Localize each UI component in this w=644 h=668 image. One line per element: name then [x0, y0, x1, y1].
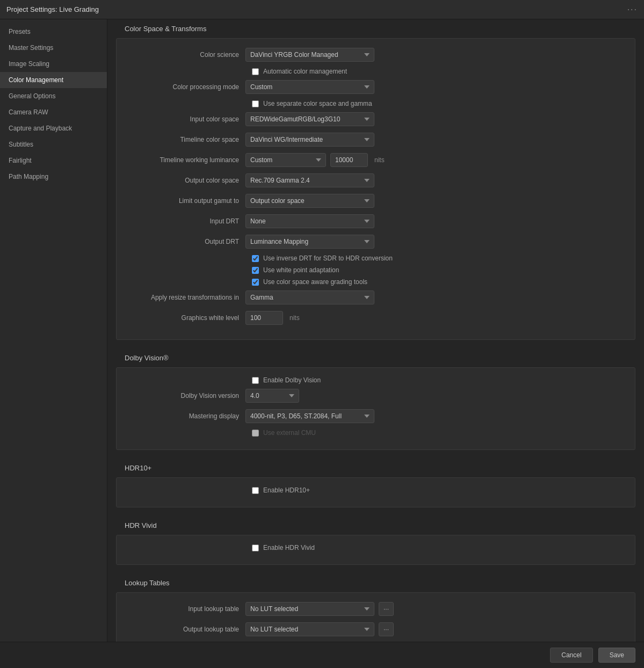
separate-color-space-checkbox[interactable]	[252, 100, 259, 107]
mastering-display-select[interactable]: 4000-nit, P3, D65, ST.2084, Full	[245, 409, 374, 423]
output-lut-label: Output lookup table	[127, 626, 245, 633]
color-science-label: Color science	[127, 51, 245, 59]
input-lut-menu-button[interactable]: ···	[379, 602, 394, 616]
inverse-drt-checkbox[interactable]	[252, 255, 259, 262]
color-science-select[interactable]: DaVinci YRGB Color Managed	[245, 48, 374, 62]
main-content: Presets Master Settings Image Scaling Co…	[0, 19, 644, 642]
graphics-white-level-label: Graphics white level	[127, 314, 245, 322]
output-color-space-select[interactable]: Rec.709 Gamma 2.4	[245, 173, 374, 187]
input-lut-label: Input lookup table	[127, 605, 245, 613]
graphics-white-level-input[interactable]	[245, 311, 283, 325]
output-lut-menu-button[interactable]: ···	[379, 622, 394, 636]
output-lut-control: No LUT selected ···	[245, 622, 624, 636]
timeline-luminance-control: Custom nits	[245, 153, 624, 167]
footer: Cancel Save	[0, 642, 644, 668]
enable-dolby-checkbox[interactable]	[252, 377, 259, 384]
sidebar-item-general-options[interactable]: General Options	[0, 88, 107, 104]
hdr10-title: HDR10+	[116, 459, 635, 477]
separate-color-space-label: Use separate color space and gamma	[263, 100, 372, 107]
timeline-luminance-row: Timeline working luminance Custom nits	[127, 153, 624, 168]
inverse-drt-label: Use inverse DRT for SDR to HDR conversio…	[263, 255, 393, 262]
hdr-vivid-title: HDR Vivid	[116, 516, 635, 535]
dolby-version-select[interactable]: 4.0	[245, 389, 299, 403]
input-drt-select[interactable]: None	[245, 214, 374, 228]
limit-output-gamut-control: Output color space	[245, 194, 624, 208]
limit-output-gamut-row: Limit output gamut to Output color space	[127, 193, 624, 208]
output-drt-label: Output DRT	[127, 238, 245, 245]
apply-resize-select[interactable]: Gamma	[245, 291, 374, 304]
window-title: Project Settings: Live Grading	[6, 5, 99, 13]
white-point-row: Use white point adaptation	[127, 266, 624, 274]
color-processing-control: Custom	[245, 80, 624, 94]
sidebar-item-image-scaling[interactable]: Image Scaling	[0, 56, 107, 72]
save-button[interactable]: Save	[598, 648, 635, 663]
external-cmu-checkbox	[252, 430, 259, 437]
sidebar-item-master-settings[interactable]: Master Settings	[0, 40, 107, 56]
color-space-section: Color Space & Transforms Color science D…	[116, 19, 635, 340]
graphics-white-level-control: nits	[245, 311, 624, 325]
input-drt-row: Input DRT None	[127, 214, 624, 229]
dolby-version-row: Dolby Vision version 4.0	[127, 388, 624, 403]
sidebar-item-subtitles[interactable]: Subtitles	[0, 136, 107, 153]
enable-hdr10-row: Enable HDR10+	[127, 487, 624, 494]
dolby-vision-box: Enable Dolby Vision Dolby Vision version…	[116, 367, 635, 450]
enable-hdr10-checkbox[interactable]	[252, 487, 259, 494]
sidebar-item-capture-playback[interactable]: Capture and Playback	[0, 120, 107, 136]
input-drt-label: Input DRT	[127, 217, 245, 225]
input-color-space-row: Input color space REDWideGamutRGB/Log3G1…	[127, 112, 624, 127]
input-lut-select[interactable]: No LUT selected	[245, 602, 374, 616]
input-color-space-label: Input color space	[127, 115, 245, 123]
sidebar-item-fairlight[interactable]: Fairlight	[0, 153, 107, 169]
timeline-color-space-row: Timeline color space DaVinci WG/Intermed…	[127, 132, 624, 147]
input-color-space-control: REDWideGamutRGB/Log3G10	[245, 112, 624, 126]
external-cmu-label: Use external CMU	[263, 429, 316, 437]
mastering-display-row: Mastering display 4000-nit, P3, D65, ST.…	[127, 409, 624, 424]
output-color-space-control: Rec.709 Gamma 2.4	[245, 173, 624, 187]
input-color-space-select[interactable]: REDWideGamutRGB/Log3G10	[245, 112, 374, 126]
output-color-space-row: Output color space Rec.709 Gamma 2.4	[127, 173, 624, 188]
lookup-tables-section: Lookup Tables Input lookup table No LUT …	[116, 573, 635, 642]
output-drt-row: Output DRT Luminance Mapping	[127, 234, 624, 249]
timeline-luminance-label: Timeline working luminance	[127, 156, 245, 164]
color-aware-label: Use color space aware grading tools	[263, 278, 367, 286]
output-drt-control: Luminance Mapping	[245, 235, 624, 249]
inverse-drt-row: Use inverse DRT for SDR to HDR conversio…	[127, 255, 624, 262]
enable-hdr-vivid-checkbox[interactable]	[252, 544, 259, 551]
sidebar-item-color-management[interactable]: Color Management	[0, 72, 107, 88]
hdr10-box: Enable HDR10+	[116, 477, 635, 507]
limit-output-gamut-select[interactable]: Output color space	[245, 194, 374, 208]
timeline-color-space-select[interactable]: DaVinci WG/Intermediate	[245, 133, 374, 147]
apply-resize-row: Apply resize transformations in Gamma	[127, 290, 624, 305]
dolby-version-control: 4.0	[245, 389, 624, 403]
enable-hdr-vivid-label: Enable HDR Vivid	[263, 544, 315, 551]
enable-hdr-vivid-row: Enable HDR Vivid	[127, 544, 624, 551]
color-space-box: Color science DaVinci YRGB Color Managed…	[116, 38, 635, 340]
sidebar-item-camera-raw[interactable]: Camera RAW	[0, 104, 107, 120]
auto-color-mgmt-checkbox[interactable]	[252, 68, 259, 75]
color-aware-checkbox[interactable]	[252, 279, 259, 286]
mastering-display-label: Mastering display	[127, 412, 245, 420]
mastering-display-control: 4000-nit, P3, D65, ST.2084, Full	[245, 409, 624, 423]
output-drt-select[interactable]: Luminance Mapping	[245, 235, 374, 249]
color-processing-select[interactable]: Custom	[245, 80, 374, 94]
timeline-color-space-control: DaVinci WG/Intermediate	[245, 133, 624, 147]
hdr10-section: HDR10+ Enable HDR10+	[116, 459, 635, 507]
timeline-luminance-dropdown[interactable]: Custom	[245, 153, 326, 167]
sidebar-item-presets[interactable]: Presets	[0, 24, 107, 40]
sidebar-item-path-mapping[interactable]: Path Mapping	[0, 169, 107, 185]
white-point-checkbox[interactable]	[252, 267, 259, 274]
input-drt-control: None	[245, 214, 624, 228]
window-menu-dots[interactable]: ···	[627, 5, 638, 14]
dolby-version-label: Dolby Vision version	[127, 392, 245, 400]
auto-color-mgmt-row: Automatic color management	[127, 68, 624, 75]
color-science-row: Color science DaVinci YRGB Color Managed	[127, 47, 624, 62]
output-lut-select[interactable]: No LUT selected	[245, 622, 374, 636]
window: Project Settings: Live Grading ··· Prese…	[0, 0, 644, 668]
dolby-vision-title: Dolby Vision®	[116, 348, 635, 367]
color-processing-row: Color processing mode Custom	[127, 79, 624, 95]
cancel-button[interactable]: Cancel	[550, 648, 592, 663]
external-cmu-row: Use external CMU	[127, 429, 624, 437]
apply-resize-control: Gamma	[245, 291, 624, 304]
separate-color-space-row: Use separate color space and gamma	[127, 100, 624, 107]
timeline-luminance-input[interactable]	[330, 153, 368, 167]
